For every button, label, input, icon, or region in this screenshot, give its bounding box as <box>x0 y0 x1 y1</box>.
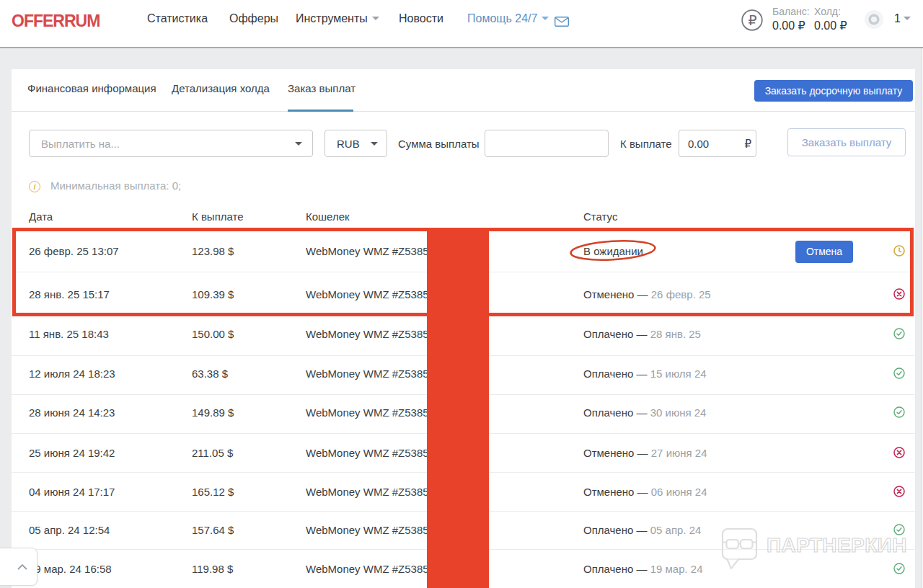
svg-text:₽: ₽ <box>748 13 756 28</box>
svg-text:ПАРТНЕРКИН: ПАРТНЕРКИН <box>767 534 907 556</box>
